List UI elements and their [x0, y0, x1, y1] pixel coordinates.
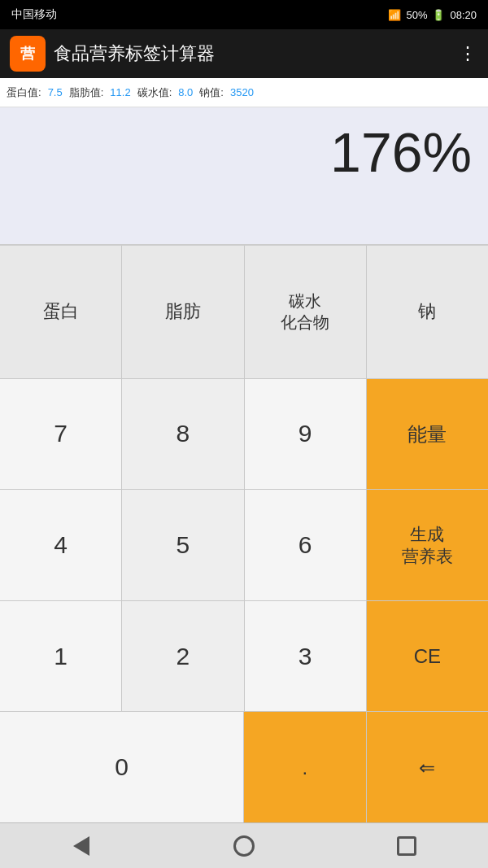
- back-icon: [73, 836, 89, 856]
- protein-label: 蛋白值:: [7, 85, 41, 100]
- display-value: 176%: [330, 120, 472, 184]
- sodium-value: 3520: [230, 86, 254, 98]
- app-header: 营 食品营养标签计算器 ⋮: [0, 29, 488, 78]
- time-label: 08:20: [450, 9, 477, 21]
- app-icon: 营: [10, 36, 46, 72]
- key-4[interactable]: 4: [0, 490, 122, 600]
- keypad-row-123: 1 2 3 CE: [0, 601, 488, 713]
- nutrition-bar: 蛋白值: 7.5 脂肪值: 11.2 碳水值: 8.0 钠值: 3520: [0, 78, 488, 107]
- sodium-label: 钠值:: [199, 85, 224, 100]
- key-dot[interactable]: .: [244, 712, 367, 822]
- network-icon: 📶: [388, 9, 401, 21]
- app-title: 食品营养标签计算器: [54, 41, 215, 66]
- key-8[interactable]: 8: [122, 379, 244, 490]
- key-generate[interactable]: 生成营养表: [367, 490, 488, 600]
- key-7[interactable]: 7: [0, 379, 122, 490]
- carrier-label: 中国移动: [11, 7, 57, 22]
- keypad: 蛋白 脂肪 碳水化合物 钠 7 8 9 能量 4 5 6 生成营养表 1 2 3…: [0, 246, 488, 822]
- key-1[interactable]: 1: [0, 601, 122, 712]
- category-carb[interactable]: 碳水化合物: [245, 246, 367, 378]
- category-row: 蛋白 脂肪 碳水化合物 钠: [0, 246, 488, 379]
- keypad-row-789: 7 8 9 能量: [0, 379, 488, 491]
- category-fat[interactable]: 脂肪: [122, 246, 244, 378]
- key-energy[interactable]: 能量: [367, 379, 488, 490]
- more-menu-button[interactable]: ⋮: [459, 43, 478, 64]
- keypad-row-0: 0 . ⇐: [0, 712, 488, 822]
- key-0[interactable]: 0: [0, 712, 244, 822]
- home-button[interactable]: [224, 830, 264, 862]
- home-icon: [233, 835, 255, 857]
- carb-label: 碳水值:: [137, 85, 172, 100]
- battery-label: 50%: [406, 9, 427, 21]
- key-ce[interactable]: CE: [367, 601, 488, 712]
- key-6[interactable]: 6: [245, 490, 367, 600]
- key-5[interactable]: 5: [122, 490, 244, 600]
- battery-icon: 🔋: [432, 9, 445, 21]
- bottom-nav: [0, 822, 488, 868]
- key-3[interactable]: 3: [245, 601, 367, 712]
- fat-value: 11.2: [110, 86, 130, 98]
- key-9[interactable]: 9: [245, 379, 367, 490]
- recents-button[interactable]: [386, 830, 427, 862]
- recents-icon: [397, 836, 416, 856]
- status-bar: 中国移动 📶 50% 🔋 08:20: [0, 0, 488, 29]
- category-protein[interactable]: 蛋白: [0, 246, 122, 378]
- key-backspace[interactable]: ⇐: [367, 712, 489, 822]
- protein-value: 7.5: [48, 86, 63, 98]
- category-sodium[interactable]: 钠: [367, 246, 488, 378]
- keypad-row-456: 4 5 6 生成营养表: [0, 490, 488, 601]
- back-button[interactable]: [61, 830, 102, 862]
- key-2[interactable]: 2: [122, 601, 244, 712]
- display-area: 176%: [0, 107, 488, 246]
- fat-label: 脂肪值:: [69, 85, 104, 100]
- carb-value: 8.0: [178, 86, 193, 98]
